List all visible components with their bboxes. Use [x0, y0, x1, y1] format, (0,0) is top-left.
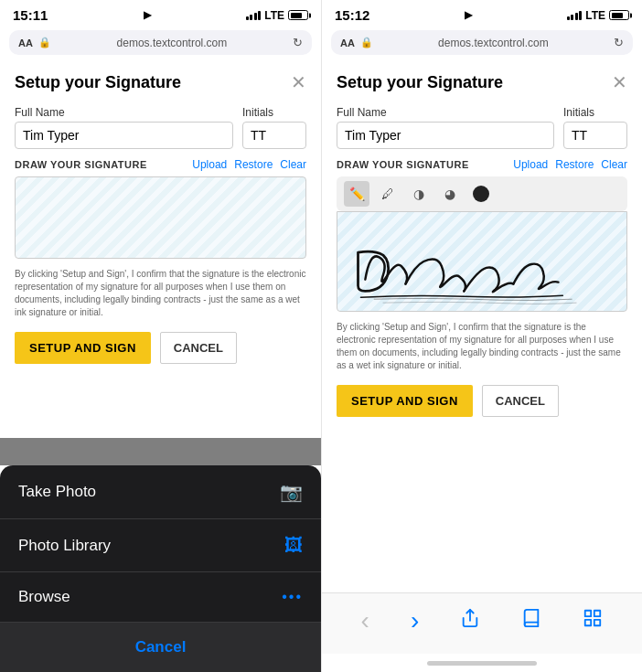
- left-browser-bar[interactable]: AA 🔒 demos.textcontrol.com ↻: [9, 30, 312, 55]
- right-fullname-input[interactable]: [337, 122, 554, 149]
- right-back-button[interactable]: ‹: [352, 603, 379, 639]
- left-sig-label-row: DRAW YOUR SIGNATURE Upload Restore Clear: [15, 158, 306, 171]
- left-upload-btn[interactable]: Upload: [192, 158, 227, 171]
- left-modal-title: Setup your Signature: [15, 73, 181, 92]
- right-initials-group: Initials: [563, 106, 627, 149]
- right-modal: Setup your Signature ✕ Full Name Initial…: [322, 59, 642, 592]
- right-form-row: Full Name Initials: [337, 106, 627, 149]
- right-cancel-button[interactable]: CANCEL: [482, 385, 559, 417]
- left-lock-icon: 🔒: [38, 37, 51, 48]
- left-fullname-label: Full Name: [15, 106, 233, 119]
- right-initials-input[interactable]: [563, 122, 627, 149]
- left-signature-area[interactable]: [15, 176, 306, 259]
- right-aa: AA: [340, 37, 355, 48]
- left-btn-row: SETUP AND SIGN CANCEL: [15, 332, 306, 364]
- left-status-bar: 15:11 ▶ LTE: [0, 0, 321, 27]
- right-fullname-group: Full Name: [337, 106, 554, 149]
- right-battery-fill: [612, 13, 624, 18]
- left-initials-input[interactable]: [242, 122, 306, 149]
- right-modal-title: Setup your Signature: [337, 73, 503, 92]
- right-refresh-icon[interactable]: ↻: [614, 36, 624, 49]
- left-cancel-button[interactable]: CANCEL: [160, 332, 237, 364]
- left-setup-sign-button[interactable]: SETUP AND SIGN: [15, 332, 151, 364]
- right-sig-label-row: DRAW YOUR SIGNATURE Upload Restore Clear: [337, 158, 627, 171]
- left-action-sheet-overlay: Take Photo 📷 Photo Library 🖼 Browse ••• …: [0, 438, 321, 672]
- left-action-photo-library[interactable]: Photo Library 🖼: [0, 519, 321, 572]
- right-browser-bar[interactable]: AA 🔒 demos.textcontrol.com ↻: [331, 30, 633, 55]
- right-initials-label: Initials: [563, 106, 627, 119]
- left-initials-group: Initials: [242, 106, 306, 149]
- right-signal-bars: [567, 11, 583, 20]
- left-lte: LTE: [264, 9, 284, 22]
- right-forward-button[interactable]: ›: [401, 603, 428, 639]
- left-photo-icon: 🖼: [284, 535, 303, 556]
- left-url[interactable]: demos.textcontrol.com: [57, 37, 287, 49]
- left-action-browse[interactable]: Browse •••: [0, 572, 321, 623]
- right-setup-sign-button[interactable]: SETUP AND SIGN: [337, 385, 473, 417]
- right-home-bar: [427, 661, 537, 666]
- left-action-cancel-label: Cancel: [135, 638, 187, 656]
- right-signature-draw-area[interactable]: [337, 211, 627, 312]
- right-fullname-label: Full Name: [337, 106, 554, 119]
- right-modal-header: Setup your Signature ✕: [337, 71, 627, 93]
- left-time-arrow: ▶: [144, 9, 151, 21]
- right-url[interactable]: demos.textcontrol.com: [379, 37, 608, 49]
- right-battery: [609, 10, 629, 20]
- svg-rect-1: [585, 611, 591, 616]
- left-fullname-group: Full Name: [15, 106, 233, 149]
- left-action-cancel[interactable]: Cancel: [0, 623, 321, 672]
- right-upload-btn[interactable]: Upload: [513, 158, 548, 171]
- left-draw-label: DRAW YOUR SIGNATURE: [15, 159, 147, 170]
- right-sig-toolbar: ✏️ 🖊 ◑ ◕: [337, 176, 627, 211]
- right-disclaimer: By clicking 'Setup and Sign', I confirm …: [337, 321, 627, 372]
- right-tabs-button[interactable]: [573, 604, 612, 637]
- left-fullname-input[interactable]: [15, 122, 233, 149]
- left-overlay-bg[interactable]: [0, 438, 321, 465]
- left-camera-icon: 📷: [280, 481, 303, 503]
- left-status-icons: LTE: [246, 9, 308, 22]
- svg-rect-2: [594, 611, 600, 616]
- right-time-arrow: ▶: [465, 9, 472, 21]
- right-toolbar-half-circle[interactable]: ◑: [406, 181, 432, 207]
- left-photo-library-label: Photo Library: [18, 537, 111, 555]
- left-initials-label: Initials: [242, 106, 306, 119]
- right-toolbar-full-circle[interactable]: [473, 186, 489, 202]
- left-close-button[interactable]: ✕: [291, 71, 306, 93]
- left-clear-btn[interactable]: Clear: [280, 158, 306, 171]
- left-browse-label: Browse: [18, 588, 70, 606]
- left-action-sheet: Take Photo 📷 Photo Library 🖼 Browse ••• …: [0, 465, 321, 672]
- right-book-button[interactable]: [512, 604, 551, 637]
- right-toolbar-dark-circle[interactable]: ◕: [437, 181, 463, 207]
- left-panel: 15:11 ▶ LTE AA 🔒 demos.textcontrol.com ↻…: [0, 0, 321, 672]
- left-signal-bars: [246, 11, 262, 20]
- svg-rect-4: [594, 620, 600, 625]
- left-dots-icon: •••: [282, 589, 303, 605]
- left-restore-btn[interactable]: Restore: [234, 158, 273, 171]
- right-share-button[interactable]: [451, 604, 489, 637]
- right-close-button[interactable]: ✕: [612, 71, 627, 93]
- right-status-icons: LTE: [567, 9, 629, 22]
- right-btn-row: SETUP AND SIGN CANCEL: [337, 385, 627, 417]
- right-sig-actions: Upload Restore Clear: [513, 158, 627, 171]
- right-clear-btn[interactable]: Clear: [601, 158, 627, 171]
- left-take-photo-label: Take Photo: [18, 483, 96, 501]
- right-draw-label: DRAW YOUR SIGNATURE: [337, 159, 469, 170]
- right-time: 15:12: [335, 7, 369, 23]
- left-disclaimer: By clicking 'Setup and Sign', I confirm …: [15, 268, 306, 319]
- left-battery: [288, 10, 308, 20]
- left-refresh-icon[interactable]: ↻: [293, 36, 303, 49]
- left-aa: AA: [18, 37, 33, 48]
- left-modal-header: Setup your Signature ✕: [15, 71, 306, 93]
- right-panel: 15:12 ▶ LTE AA 🔒 demos.textcontrol.com ↻…: [321, 0, 642, 672]
- right-toolbar-pen[interactable]: 🖊: [375, 181, 401, 207]
- right-toolbar-pencil[interactable]: ✏️: [344, 181, 369, 207]
- left-action-take-photo[interactable]: Take Photo 📷: [0, 465, 321, 519]
- right-bottom-nav: ‹ ›: [322, 592, 642, 654]
- left-time: 15:11: [13, 7, 48, 23]
- right-lte: LTE: [585, 9, 605, 22]
- right-restore-btn[interactable]: Restore: [555, 158, 594, 171]
- svg-rect-3: [585, 620, 591, 625]
- left-sig-actions: Upload Restore Clear: [192, 158, 306, 171]
- right-home-indicator: [322, 654, 642, 672]
- left-form-row: Full Name Initials: [15, 106, 306, 149]
